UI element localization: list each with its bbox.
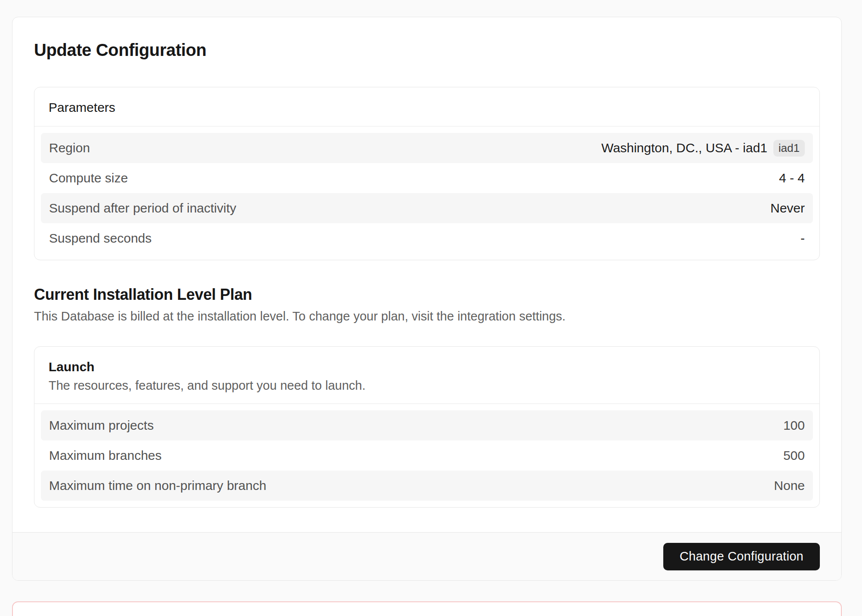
plan-panel-header: Launch The resources, features, and supp… xyxy=(34,347,819,404)
plan-section-heading: Current Installation Level Plan xyxy=(34,285,820,304)
parameters-panel-title: Parameters xyxy=(49,99,805,116)
alert-box xyxy=(12,601,842,616)
page: Update Configuration Parameters Region W… xyxy=(0,0,862,616)
plan-panel-subtitle: The resources, features, and support you… xyxy=(49,378,805,393)
card-content: Update Configuration Parameters Region W… xyxy=(12,17,841,508)
parameters-panel: Parameters Region Washington, DC., USA -… xyxy=(34,87,820,260)
plan-panel: Launch The resources, features, and supp… xyxy=(34,346,820,508)
row-value: - xyxy=(800,231,805,246)
row-value: 500 xyxy=(783,448,805,463)
table-row: Suspend seconds - xyxy=(41,223,813,253)
row-value-wrap: 4 - 4 xyxy=(779,171,805,185)
table-row: Maximum time on non-primary branch None xyxy=(41,471,813,501)
row-value: Washington, DC., USA - iad1 xyxy=(601,141,767,155)
row-value: 4 - 4 xyxy=(779,171,805,185)
row-label: Maximum branches xyxy=(49,448,162,463)
row-value: 100 xyxy=(783,418,805,433)
plan-rows: Maximum projects 100 Maximum branches 50… xyxy=(34,404,819,507)
card-footer: Change Configuration xyxy=(12,532,841,580)
table-row: Maximum projects 100 xyxy=(41,410,813,440)
row-value-wrap: 100 xyxy=(783,418,805,433)
table-row: Region Washington, DC., USA - iad1 iad1 xyxy=(41,133,813,163)
page-title: Update Configuration xyxy=(34,17,820,60)
row-value-wrap: Washington, DC., USA - iad1 iad1 xyxy=(601,140,805,157)
row-label: Region xyxy=(49,141,90,155)
row-label: Compute size xyxy=(49,171,128,185)
row-value-wrap: None xyxy=(774,478,805,493)
row-value-wrap: 500 xyxy=(783,448,805,463)
parameters-panel-header: Parameters xyxy=(34,87,819,126)
row-value-wrap: Never xyxy=(770,201,805,216)
table-row: Maximum branches 500 xyxy=(41,440,813,471)
parameters-rows: Region Washington, DC., USA - iad1 iad1 … xyxy=(34,126,819,260)
region-badge: iad1 xyxy=(773,140,805,157)
plan-panel-title: Launch xyxy=(49,359,805,375)
row-value-wrap: - xyxy=(800,231,805,246)
plan-section-description: This Database is billed at the installat… xyxy=(34,308,820,324)
update-configuration-card: Update Configuration Parameters Region W… xyxy=(12,17,842,581)
row-label: Suspend after period of inactivity xyxy=(49,201,236,216)
table-row: Suspend after period of inactivity Never xyxy=(41,193,813,223)
row-value: Never xyxy=(770,201,805,216)
row-value: None xyxy=(774,478,805,493)
change-configuration-button[interactable]: Change Configuration xyxy=(663,543,820,570)
table-row: Compute size 4 - 4 xyxy=(41,163,813,193)
row-label: Maximum projects xyxy=(49,418,154,433)
row-label: Maximum time on non-primary branch xyxy=(49,478,266,493)
row-label: Suspend seconds xyxy=(49,231,152,246)
